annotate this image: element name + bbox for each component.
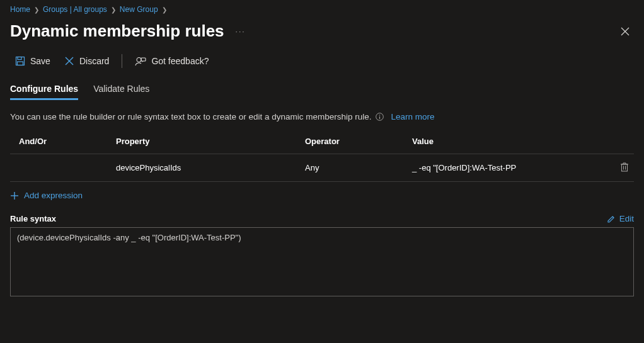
header-property: Property [111,130,300,154]
svg-rect-4 [18,62,23,65]
breadcrumb-new-group[interactable]: New Group [120,5,158,14]
toolbar-divider [122,54,122,68]
svg-rect-12 [622,164,628,171]
tab-configure-rules[interactable]: Configure Rules [10,81,78,100]
more-actions-button[interactable]: ··· [236,27,246,36]
feedback-button[interactable]: Got feedback? [130,53,214,69]
add-expression-label: Add expression [24,191,83,200]
title-row: Dynamic membership rules ··· [0,16,644,53]
edit-label: Edit [619,214,634,223]
svg-point-10 [379,115,380,116]
chevron-right-icon: ❯ [111,6,116,13]
breadcrumb: Home ❯ Groups | All groups ❯ New Group ❯ [0,0,644,16]
tab-validate-rules[interactable]: Validate Rules [93,81,149,100]
discard-icon [64,56,74,66]
header-and-or: And/Or [10,130,111,154]
rule-syntax-textbox[interactable] [10,227,634,296]
edit-icon [607,215,616,223]
header-value: Value [407,130,609,154]
svg-rect-3 [18,57,21,60]
description-text: You can use the rule builder or rule syn… [10,112,372,121]
rule-builder-table: And/Or Property Operator Value devicePhy… [10,130,634,182]
edit-rule-syntax-button[interactable]: Edit [607,214,634,223]
info-icon[interactable] [376,113,384,121]
save-button[interactable]: Save [10,53,55,69]
trash-icon [620,162,629,172]
close-button[interactable] [616,23,634,40]
learn-more-link[interactable]: Learn more [391,112,435,121]
breadcrumb-home[interactable]: Home [10,5,30,14]
cell-property[interactable]: devicePhysicalIds [111,154,300,182]
toolbar: Save Discard Got feedback? [0,53,644,77]
cell-operator[interactable]: Any [300,154,407,182]
discard-button[interactable]: Discard [59,53,114,69]
delete-row-button[interactable] [620,162,629,172]
cell-and-or[interactable] [10,154,111,182]
rule-syntax-label: Rule syntax [10,214,56,223]
feedback-icon [135,56,146,66]
discard-label: Discard [79,56,109,66]
save-icon [15,56,25,66]
cell-value[interactable]: _ -eq "[OrderID]:WA-Test-PP [407,154,609,182]
svg-line-21 [612,216,614,218]
table-row: devicePhysicalIds Any _ -eq "[OrderID]:W… [10,154,634,182]
page-title: Dynamic membership rules [10,21,224,41]
plus-icon [10,191,19,200]
add-expression-button[interactable]: Add expression [10,182,83,209]
description: You can use the rule builder or rule syn… [10,101,634,130]
feedback-label: Got feedback? [151,56,209,66]
tabs: Configure Rules Validate Rules [10,77,634,101]
chevron-right-icon: ❯ [162,6,167,13]
svg-point-7 [137,58,141,62]
chevron-right-icon: ❯ [34,6,39,13]
breadcrumb-groups[interactable]: Groups | All groups [43,5,107,14]
header-operator: Operator [300,130,407,154]
rule-syntax-header: Rule syntax Edit [10,214,634,223]
svg-rect-8 [141,58,146,61]
save-label: Save [30,56,50,66]
close-icon [621,27,630,36]
